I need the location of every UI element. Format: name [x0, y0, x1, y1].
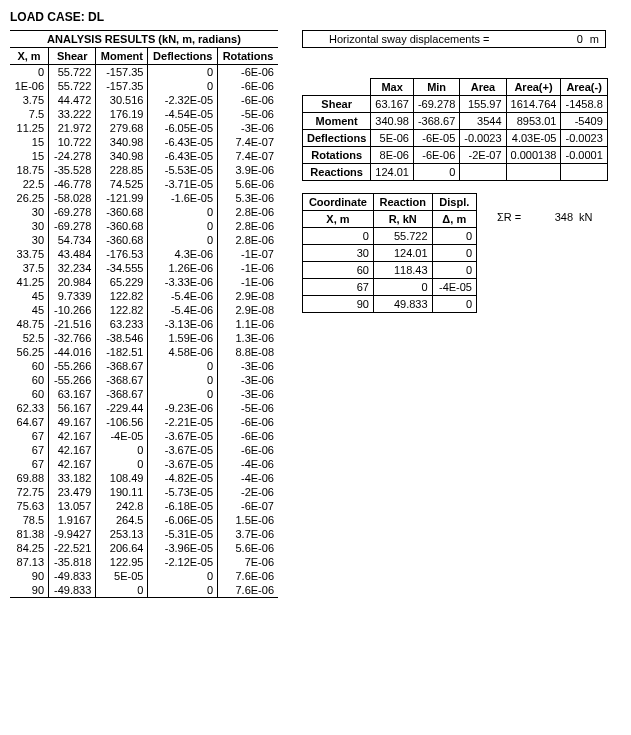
- col-header: Coordinate: [303, 194, 374, 211]
- table-row: 60-55.266-368.670-3E-06: [10, 373, 278, 387]
- table-row: 6742.167-4E-05-3.67E-05-6E-06: [10, 429, 278, 443]
- table-row: 78.51.9167264.5-6.06E-051.5E-06: [10, 513, 278, 527]
- table-caption: ANALYSIS RESULTS (kN, m, radians): [10, 31, 278, 48]
- table-row: 72.7523.479190.11-5.73E-05-2E-06: [10, 485, 278, 499]
- col-header: Area(+): [506, 79, 561, 96]
- table-row: 45-10.266122.82-5.4E-062.9E-08: [10, 303, 278, 317]
- table-row: Shear63.167-69.278155.971614.764-1458.8: [303, 96, 608, 113]
- table-row: 60-55.266-368.670-3E-06: [10, 359, 278, 373]
- col-header: Max: [371, 79, 414, 96]
- col-header: R, kN: [373, 211, 432, 228]
- table-row: 56.25-44.016-182.514.58E-068.8E-08: [10, 345, 278, 359]
- table-row: Reactions124.010: [303, 164, 608, 181]
- sigma-value: 348: [533, 211, 573, 223]
- col-header: Rotations: [218, 48, 278, 65]
- table-row: 41.2520.98465.229-3.33E-06-1E-06: [10, 275, 278, 289]
- col-header: Δ, m: [432, 211, 476, 228]
- table-row: 9049.8330: [303, 296, 477, 313]
- sway-label: Horizontal sway displacements =: [309, 33, 490, 45]
- table-row: 459.7339122.82-5.4E-062.9E-08: [10, 289, 278, 303]
- col-header: Area: [460, 79, 506, 96]
- col-header: Min: [413, 79, 459, 96]
- table-row: 15-24.278340.98-6.43E-057.4E-07: [10, 149, 278, 163]
- table-row: 6742.1670-3.67E-05-6E-06: [10, 443, 278, 457]
- col-header: Deflections: [148, 48, 218, 65]
- table-row: Deflections5E-06-6E-05-0.00234.03E-05-0.…: [303, 130, 608, 147]
- col-header: Shear: [49, 48, 96, 65]
- table-row: 33.7543.484-176.534.3E-06-1E-07: [10, 247, 278, 261]
- table-row: 62.3356.167-229.44-9.23E-06-5E-06: [10, 401, 278, 415]
- sway-unit: m: [586, 33, 599, 45]
- table-row: 81.38-9.9427253.13-5.31E-053.7E-06: [10, 527, 278, 541]
- sigma-unit: kN: [579, 211, 599, 223]
- page-title: LOAD CASE: DL: [10, 10, 621, 24]
- table-row: 22.5-46.77874.525-3.71E-055.6E-06: [10, 177, 278, 191]
- table-row: 64.6749.167-106.56-2.21E-05-6E-06: [10, 415, 278, 429]
- sway-value: 0: [577, 33, 583, 45]
- table-row: 48.75-21.51663.233-3.13E-061.1E-06: [10, 317, 278, 331]
- table-row: Moment340.98-368.6735448953.01-5409: [303, 113, 608, 130]
- table-row: 18.75-35.528228.85-5.53E-053.9E-06: [10, 163, 278, 177]
- summary-table: MaxMinAreaArea(+)Area(-) Shear63.167-69.…: [302, 78, 608, 181]
- col-header: Displ.: [432, 194, 476, 211]
- sigma-label: ΣR =: [497, 211, 527, 223]
- table-row: 055.722-157.350-6E-06: [10, 65, 278, 80]
- table-row: 1510.722340.98-6.43E-057.4E-07: [10, 135, 278, 149]
- col-header: [303, 79, 371, 96]
- sigma-r: ΣR = 348 kN: [497, 211, 599, 223]
- table-row: 60118.430: [303, 262, 477, 279]
- table-row: 055.7220: [303, 228, 477, 245]
- analysis-results-table: ANALYSIS RESULTS (kN, m, radians) X, mSh…: [10, 30, 278, 598]
- table-row: 26.25-58.028-121.99-1.6E-055.3E-06: [10, 191, 278, 205]
- col-header: X, m: [303, 211, 374, 228]
- table-row: 90-49.833007.6E-06: [10, 583, 278, 598]
- table-row: 6742.1670-3.67E-05-4E-06: [10, 457, 278, 471]
- col-header: Area(-): [561, 79, 607, 96]
- table-row: 87.13-35.818122.95-2.12E-057E-06: [10, 555, 278, 569]
- col-header: X, m: [10, 48, 49, 65]
- table-row: 37.532.234-34.5551.26E-06-1E-06: [10, 261, 278, 275]
- table-row: 3.7544.47230.516-2.32E-05-6E-06: [10, 93, 278, 107]
- reaction-table: CoordinateReactionDispl. X, mR, kNΔ, m 0…: [302, 193, 477, 313]
- table-row: 90-49.8335E-0507.6E-06: [10, 569, 278, 583]
- table-row: 670-4E-05: [303, 279, 477, 296]
- table-row: 30-69.278-360.6802.8E-06: [10, 219, 278, 233]
- table-row: 1E-0655.722-157.350-6E-06: [10, 79, 278, 93]
- table-row: 30-69.278-360.6802.8E-06: [10, 205, 278, 219]
- sway-displacement-box: Horizontal sway displacements = 0 m: [302, 30, 606, 48]
- col-header: Reaction: [373, 194, 432, 211]
- table-row: 11.2521.972279.68-6.05E-05-3E-06: [10, 121, 278, 135]
- table-row: 84.25-22.521206.64-3.96E-055.6E-06: [10, 541, 278, 555]
- table-row: 30124.010: [303, 245, 477, 262]
- table-row: 69.8833.182108.49-4.82E-05-4E-06: [10, 471, 278, 485]
- table-row: 52.5-32.766-38.5461.59E-061.3E-06: [10, 331, 278, 345]
- col-header: Moment: [96, 48, 148, 65]
- table-row: 7.533.222176.19-4.54E-05-5E-06: [10, 107, 278, 121]
- table-row: 3054.734-360.6802.8E-06: [10, 233, 278, 247]
- table-row: Rotations8E-06-6E-06-2E-070.000138-0.000…: [303, 147, 608, 164]
- table-row: 75.6313.057242.8-6.18E-05-6E-07: [10, 499, 278, 513]
- table-row: 6063.167-368.670-3E-06: [10, 387, 278, 401]
